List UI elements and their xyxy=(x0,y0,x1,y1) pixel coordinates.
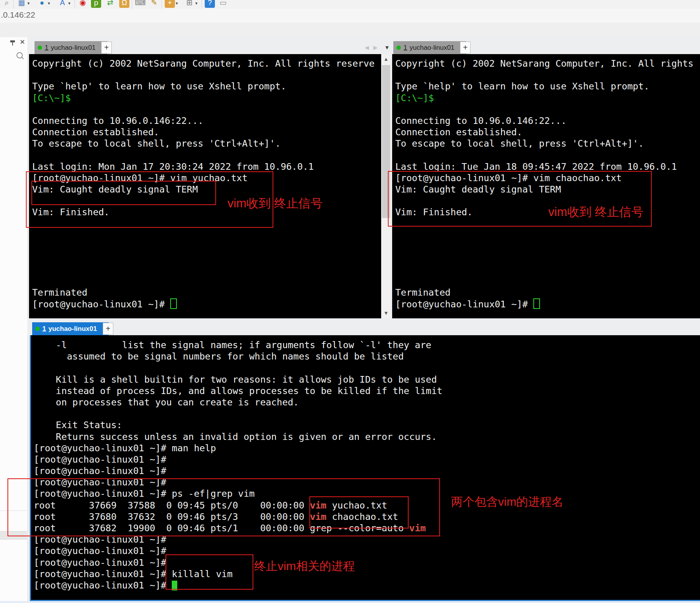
tab-label: yuchao-linux01 xyxy=(409,44,454,52)
terminal-line: [root@yuchao-linux01 ~]# xyxy=(32,298,375,310)
terminal-line xyxy=(34,362,442,374)
toolbar: ⌕▦▾●▾A▾◉p⇄Ω⌨✎+▾⊞▾?▭ xyxy=(0,0,700,9)
terminal-line xyxy=(32,69,375,81)
tab-index: 1 xyxy=(404,44,407,52)
terminal-line: Terminated xyxy=(395,287,700,298)
terminal-line: Copyright (c) 2002 NetSarang Computer, I… xyxy=(32,58,375,69)
connected-dot-icon xyxy=(38,45,42,50)
pane-splitter[interactable] xyxy=(27,318,700,322)
tab-scroll-next-icon[interactable]: ▶ xyxy=(373,44,378,51)
chat-icon[interactable]: ▭ xyxy=(218,0,228,8)
address-row: .0.146:22 xyxy=(0,9,700,23)
tab-index: 1 xyxy=(42,325,46,333)
dock-search-icon[interactable] xyxy=(16,52,23,58)
terminal-line: instead of process IDs, and allows proce… xyxy=(34,385,442,397)
globe-icon[interactable]: ● xyxy=(37,0,47,8)
terminal-line xyxy=(32,241,375,252)
terminal-line xyxy=(395,241,700,252)
terminal-line: Connecting to 10.96.0.146:22... xyxy=(32,115,375,127)
toolbar-separator xyxy=(202,0,202,9)
vim-process-names-box xyxy=(309,496,409,529)
terminal-line: -l list the signal names; if arguments f… xyxy=(34,340,442,351)
terminal-line: [root@yuchao-linux01 ~]# xyxy=(34,454,442,465)
scroll-down-icon[interactable]: ▼ xyxy=(381,309,391,318)
grid-icon[interactable]: ⊞ xyxy=(184,0,195,8)
scroll-up-icon[interactable]: ▲ xyxy=(381,55,391,64)
p-badge-icon[interactable]: p xyxy=(91,0,101,8)
terminal-line xyxy=(32,150,375,161)
tab-scroll-prev-icon[interactable]: ◀ xyxy=(365,44,369,51)
layout-icon-dropdown-caret[interactable]: ▾ xyxy=(27,1,30,6)
terminal-line xyxy=(395,150,700,161)
focus-border xyxy=(30,335,31,601)
tab-menu-icon[interactable]: ▼ xyxy=(384,44,390,51)
toolbar-separator xyxy=(132,0,132,9)
toolbar-separator xyxy=(162,0,162,9)
address-text: .0.146:22 xyxy=(1,10,35,20)
terminal-line xyxy=(395,276,700,287)
add-box-icon-dropdown-caret[interactable]: ▾ xyxy=(176,1,178,6)
tab-label: yuchao-linux01 xyxy=(48,325,97,333)
shell-swirl-icon[interactable]: ◉ xyxy=(78,0,88,8)
bottom-terminal[interactable]: -l list the signal names; if arguments f… xyxy=(30,335,700,600)
terminal-line: on processes that you can create is reac… xyxy=(34,397,442,408)
terminal-line: Exit Status: xyxy=(34,420,442,431)
lock-icon[interactable]: Ω xyxy=(119,0,129,8)
help-icon[interactable]: ? xyxy=(205,0,215,8)
terminal-line: Terminated xyxy=(32,287,375,298)
terminal-line: Connection established. xyxy=(32,127,375,138)
add-box-icon[interactable]: + xyxy=(165,0,175,8)
terminal-line: [root@yuchao-linux01 ~]# man help xyxy=(34,443,442,454)
bottom-pane-tabbar: 1 yuchao-linux01 × + xyxy=(27,322,700,335)
terminal-line xyxy=(32,264,375,275)
cursor-hollow xyxy=(533,298,540,309)
right-annotation-note: vim收到 终止信号 xyxy=(548,204,644,220)
terminal-line xyxy=(395,230,700,241)
terminal-line xyxy=(395,104,700,115)
search-icon[interactable]: ⌕ xyxy=(2,0,12,8)
terminal-line: [C:\~]$ xyxy=(32,93,375,104)
terminal-line xyxy=(34,408,442,420)
font-icon[interactable]: A xyxy=(57,0,67,8)
terminal-line: To escape to local shell, press 'Ctrl+Al… xyxy=(32,138,375,149)
horizontal-scrollbar[interactable] xyxy=(0,601,700,603)
terminal-line xyxy=(395,264,700,275)
left-pane-tabbar: 1 yuchao-linux01 × + ◀ ▶ ▼ xyxy=(27,37,391,54)
right-pane-tabbar: 1 yuchao-linux01 × + xyxy=(392,37,700,54)
terminal-line: assumed to be signal numbers for which n… xyxy=(34,351,442,362)
terminal-line xyxy=(32,104,375,115)
left-annotation-note: vim收到 终止信号 xyxy=(227,195,323,212)
terminal-line: Type `help' to learn how to use Xshell p… xyxy=(395,81,700,92)
new-tab-button[interactable]: + xyxy=(101,42,112,54)
connected-dot-icon xyxy=(396,45,401,50)
terminal-line: [root@yuchao-linux01 ~]# xyxy=(34,465,442,477)
tab-left-yuchao-linux01[interactable]: 1 yuchao-linux01 × xyxy=(35,41,107,54)
connected-dot-icon xyxy=(35,327,40,331)
terminal-line: [root@yuchao-linux01 ~]# xyxy=(395,298,700,310)
terminal-line xyxy=(32,252,375,264)
cursor-hollow xyxy=(170,298,177,309)
killall-annotation-box xyxy=(165,554,253,590)
expand-arrows-icon[interactable]: ⇄ xyxy=(105,0,115,8)
tab-label: yuchao-linux01 xyxy=(51,44,95,52)
font-icon-dropdown-caret[interactable]: ▾ xyxy=(68,1,71,6)
toolbar-separator xyxy=(75,0,75,9)
killall-annotation-note: 终止vim相关的进程 xyxy=(254,558,355,574)
grid-icon-dropdown-caret[interactable]: ▾ xyxy=(195,1,198,6)
keyboard-icon[interactable]: ⌨ xyxy=(135,0,145,8)
tab-right-yuchao-linux01[interactable]: 1 yuchao-linux01 × xyxy=(393,41,466,54)
tab-bottom-yuchao-linux01[interactable]: 1 yuchao-linux01 × xyxy=(32,322,109,335)
left-term-signal-box xyxy=(31,181,216,205)
new-tab-button[interactable]: + xyxy=(103,323,113,335)
layout-icon[interactable]: ▦ xyxy=(16,0,27,8)
terminal-line xyxy=(32,276,375,287)
bottom-terminal-text: -l list the signal names; if arguments f… xyxy=(34,340,442,591)
new-tab-button[interactable]: + xyxy=(460,42,471,54)
globe-icon-dropdown-caret[interactable]: ▾ xyxy=(48,1,50,6)
pin-icon[interactable] xyxy=(10,40,15,42)
pen-icon[interactable]: ✎ xyxy=(149,0,159,8)
dock-close-icon[interactable]: ✕ xyxy=(20,38,25,46)
terminal-line: Connecting to 10.96.0.146:22... xyxy=(395,115,700,127)
terminal-line: Copyright (c) 2002 NetSarang Computer, I… xyxy=(395,58,700,69)
terminal-line xyxy=(395,252,700,264)
